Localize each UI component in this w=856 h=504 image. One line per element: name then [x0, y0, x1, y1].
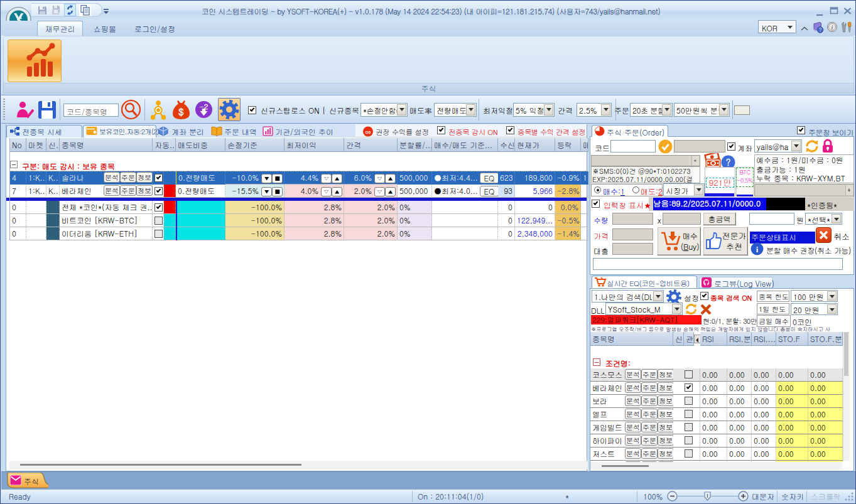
svg-text:os: os	[365, 128, 371, 135]
svg-text:$: $	[178, 105, 184, 118]
svg-text:i: i	[832, 24, 833, 31]
svg-text:i: i	[756, 245, 759, 254]
svg-text:?: ?	[819, 26, 822, 33]
svg-text:?: ?	[726, 156, 731, 168]
